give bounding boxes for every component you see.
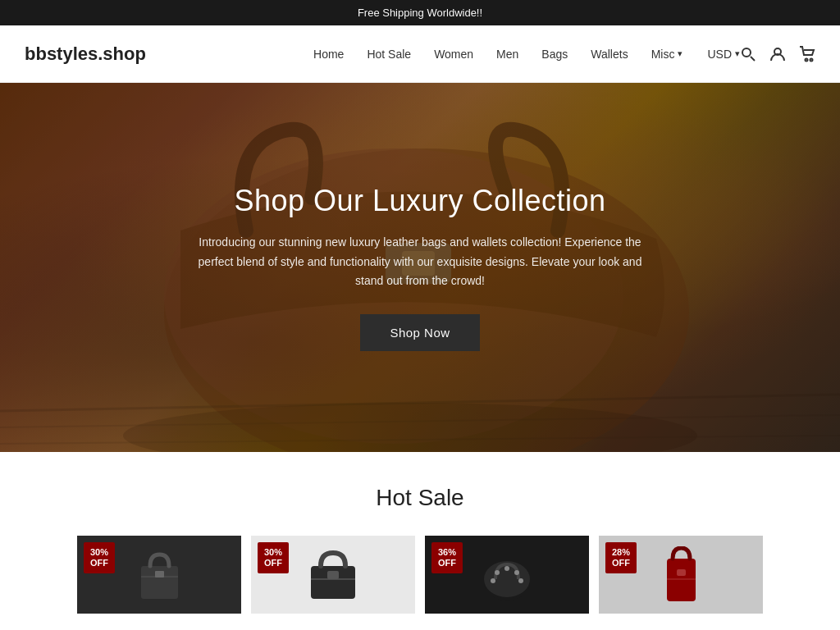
currency-selector[interactable]: USD [707,48,740,61]
hero-subtitle: Introducing our stunning new luxury leat… [190,233,650,291]
svg-line-1 [751,57,755,61]
svg-rect-26 [667,559,696,601]
nav-link-men[interactable]: Men [496,48,518,61]
svg-point-22 [504,566,509,571]
nav-links: Home Hot Sale Women Men Bags Wallets Mis… [313,47,682,62]
banner-text: Free Shipping Worldwide!! [358,7,482,19]
bag-svg [304,548,362,601]
nav-item-hot-sale[interactable]: Hot Sale [367,47,411,62]
product-card[interactable]: 30% OFF [77,536,241,614]
account-button[interactable] [769,46,786,62]
hero-content: Shop Our Luxury Collection Introducing o… [174,167,666,368]
hero-section: Shop Our Luxury Collection Introducing o… [0,83,840,452]
account-icon [769,46,786,62]
svg-rect-27 [677,569,686,576]
svg-point-23 [514,570,519,575]
nav-link-hot-sale[interactable]: Hot Sale [367,48,411,61]
nav-item-bags[interactable]: Bags [541,47,568,62]
search-icon [740,46,756,62]
discount-badge: 30% OFF [84,542,115,573]
top-banner: Free Shipping Worldwide!! [0,0,840,25]
svg-point-3 [806,58,808,61]
main-nav: Home Hot Sale Women Men Bags Wallets Mis… [313,47,707,62]
discount-badge: 28% OFF [605,542,637,573]
nav-link-misc[interactable]: Misc [651,48,683,61]
nav-link-women[interactable]: Women [434,48,473,61]
nav-item-men[interactable]: Men [496,47,518,62]
svg-point-24 [491,578,495,583]
nav-item-wallets[interactable]: Wallets [591,47,628,62]
bag-svg [663,546,700,604]
site-logo[interactable]: bbstyles.shop [25,43,146,65]
svg-rect-18 [327,571,339,579]
nav-link-wallets[interactable]: Wallets [591,48,628,61]
hot-sale-title: Hot Sale [16,485,824,511]
nav-item-women[interactable]: Women [434,47,473,62]
products-grid: 30% OFF 30% OFF [16,536,824,614]
product-card[interactable]: 30% OFF [251,536,415,614]
header-icons [740,46,815,62]
nav-link-home[interactable]: Home [313,48,344,61]
discount-badge: 36% OFF [431,542,463,573]
bag-svg [481,548,534,601]
nav-item-misc[interactable]: Misc [651,48,683,61]
hero-title: Shop Our Luxury Collection [190,184,650,218]
nav-link-bags[interactable]: Bags [541,48,568,61]
search-button[interactable] [740,46,756,62]
product-card[interactable]: 36% OFF [425,536,589,614]
product-card[interactable]: 28% OFF [599,536,763,614]
svg-rect-15 [155,571,164,578]
cart-button[interactable] [799,46,815,62]
svg-point-25 [518,578,523,583]
header: bbstyles.shop Home Hot Sale Women Men Ba… [0,25,840,83]
bag-svg [137,548,182,601]
cart-icon [799,46,815,62]
nav-item-home[interactable]: Home [313,47,344,62]
hot-sale-section: Hot Sale 30% OFF [0,452,840,630]
svg-point-4 [810,58,813,61]
svg-point-21 [495,570,500,575]
svg-point-0 [742,48,751,57]
discount-badge: 30% OFF [258,542,289,573]
shop-now-button[interactable]: Shop Now [360,314,479,351]
